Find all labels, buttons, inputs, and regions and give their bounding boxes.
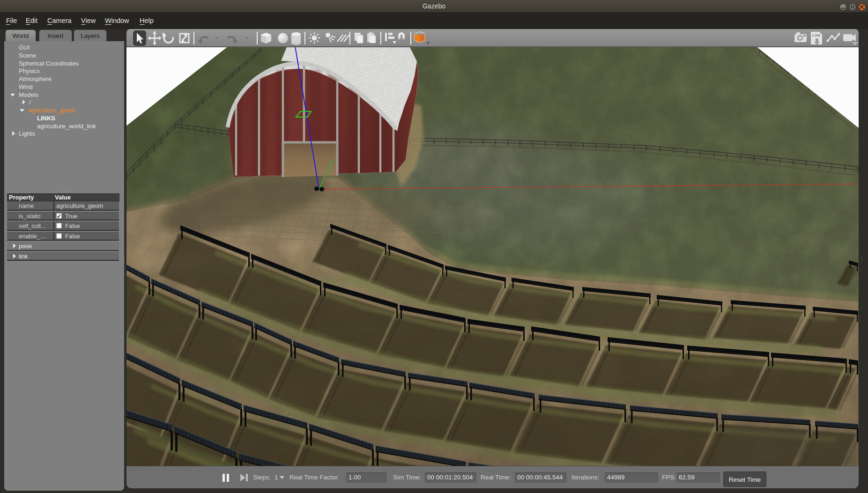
svg-text:LOG: LOG	[812, 33, 820, 37]
